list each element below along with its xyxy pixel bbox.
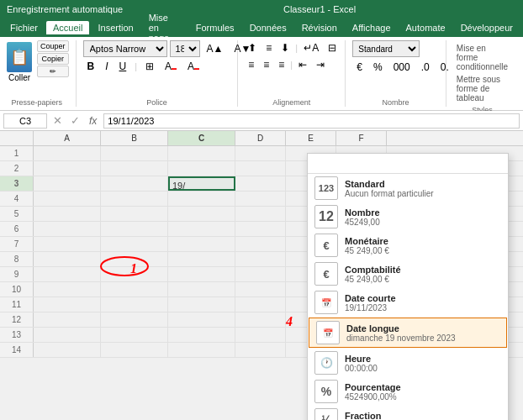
- cut-button[interactable]: Couper: [37, 40, 69, 52]
- italic-button[interactable]: I: [101, 59, 112, 74]
- format-item-comptabilite[interactable]: € Comptabilité 45 249,00 €: [308, 260, 508, 288]
- cell-c12[interactable]: [168, 312, 235, 327]
- cell-a4[interactable]: [34, 192, 101, 206]
- align-bottom-button[interactable]: ⬇: [277, 40, 293, 55]
- decrease-decimal-button[interactable]: 0.: [436, 60, 453, 75]
- cell-a12[interactable]: [34, 312, 101, 327]
- cell-a3[interactable]: [34, 176, 101, 191]
- cell-b5[interactable]: [101, 207, 168, 221]
- cell-a8[interactable]: [34, 252, 101, 266]
- cell-d6[interactable]: [235, 222, 286, 236]
- cell-reference-input[interactable]: [3, 113, 47, 129]
- cell-b6[interactable]: [101, 222, 168, 236]
- menu-donnees[interactable]: Données: [243, 21, 293, 34]
- col-header-a[interactable]: A: [34, 131, 101, 145]
- cell-d4[interactable]: [235, 192, 286, 206]
- cell-c8[interactable]: [168, 252, 235, 266]
- cell-c4[interactable]: [168, 192, 235, 206]
- cell-a7[interactable]: [34, 237, 101, 251]
- cell-b14[interactable]: [101, 343, 168, 357]
- indent-increase-button[interactable]: ⇥: [313, 57, 328, 72]
- format-item-pourcentage[interactable]: % Pourcentage 4524900,00%: [308, 377, 508, 406]
- cell-d7[interactable]: [235, 237, 286, 251]
- cell-a2[interactable]: [34, 161, 101, 176]
- format-item-date-courte[interactable]: 📅 Date courte 19/11/2023: [308, 288, 508, 317]
- cell-d8[interactable]: [235, 252, 286, 266]
- align-middle-button[interactable]: ≡: [262, 40, 275, 55]
- cell-d2[interactable]: [235, 161, 286, 176]
- increase-font-button[interactable]: A▲: [203, 41, 228, 56]
- menu-developpeur[interactable]: Développeur: [454, 21, 520, 34]
- formula-input[interactable]: [103, 113, 520, 129]
- fill-color-button[interactable]: A▬: [161, 59, 181, 74]
- indent-decrease-button[interactable]: ⇤: [295, 57, 310, 72]
- cell-c3[interactable]: 19/: [168, 176, 235, 191]
- cell-b8[interactable]: [101, 252, 168, 266]
- border-button[interactable]: ⊞: [141, 59, 158, 74]
- cell-a13[interactable]: [34, 328, 101, 342]
- menu-insertion[interactable]: Insertion: [91, 21, 140, 34]
- cell-b13[interactable]: [101, 328, 168, 342]
- cell-d12[interactable]: [235, 312, 286, 327]
- cell-b10[interactable]: [101, 282, 168, 297]
- format-item-nombre[interactable]: 12 Nombre 45249,00: [308, 202, 508, 231]
- format-painter-button[interactable]: ✏: [37, 66, 69, 77]
- increase-decimal-button[interactable]: .0: [417, 60, 434, 75]
- format-search-input[interactable]: [308, 154, 508, 174]
- cell-d14[interactable]: [235, 343, 286, 357]
- cell-c7[interactable]: [168, 237, 235, 251]
- align-center-button[interactable]: ≡: [260, 57, 272, 72]
- cell-c14[interactable]: [168, 343, 235, 357]
- cell-a11[interactable]: [34, 297, 101, 312]
- col-header-d[interactable]: D: [235, 131, 286, 145]
- number-format-select[interactable]: Standard: [352, 40, 420, 57]
- align-right-button[interactable]: ≡: [275, 57, 288, 72]
- col-header-b[interactable]: B: [101, 131, 168, 145]
- cell-b4[interactable]: [101, 192, 168, 206]
- menu-automate[interactable]: Automate: [399, 21, 452, 34]
- bold-button[interactable]: B: [83, 59, 99, 74]
- cell-a1[interactable]: [34, 146, 101, 160]
- format-item-heure[interactable]: 🕐 Heure 00:00:00: [308, 349, 508, 377]
- cell-c2[interactable]: [168, 161, 235, 176]
- cell-d9[interactable]: [235, 267, 286, 281]
- merge-button[interactable]: ⊟: [325, 40, 340, 55]
- format-item-monetaire[interactable]: € Monétaire 45 249,00 €: [308, 231, 508, 260]
- menu-fichier[interactable]: Fichier: [3, 21, 45, 34]
- cell-c13[interactable]: [168, 328, 235, 342]
- col-header-c[interactable]: C: [168, 131, 235, 145]
- cell-c5[interactable]: [168, 207, 235, 221]
- cell-d3[interactable]: [235, 176, 286, 191]
- cell-b2[interactable]: [101, 161, 168, 176]
- align-left-button[interactable]: ≡: [245, 57, 257, 72]
- cell-a6[interactable]: [34, 222, 101, 236]
- col-header-f[interactable]: F: [336, 131, 387, 145]
- menu-revision[interactable]: Révision: [295, 21, 344, 34]
- currency-button[interactable]: €: [352, 60, 367, 75]
- cell-b1[interactable]: [101, 146, 168, 160]
- font-name-select[interactable]: Aptos Narrow: [83, 40, 167, 57]
- paste-button[interactable]: 📋 Coller: [5, 40, 34, 84]
- cell-d11[interactable]: [235, 297, 286, 312]
- cell-b9[interactable]: [101, 267, 168, 281]
- cell-c11[interactable]: [168, 297, 235, 312]
- cell-b12[interactable]: [101, 312, 168, 327]
- font-color-button[interactable]: A▬: [183, 59, 203, 74]
- cell-a14[interactable]: [34, 343, 101, 357]
- cell-d13[interactable]: [235, 328, 286, 342]
- cell-c6[interactable]: [168, 222, 235, 236]
- menu-accueil[interactable]: Accueil: [46, 21, 89, 34]
- percent-button[interactable]: %: [369, 60, 387, 75]
- thousands-button[interactable]: 000: [389, 60, 415, 75]
- cell-b7[interactable]: [101, 237, 168, 251]
- cell-c1[interactable]: [168, 146, 235, 160]
- cell-d10[interactable]: [235, 282, 286, 297]
- cell-a10[interactable]: [34, 282, 101, 297]
- col-header-e[interactable]: E: [286, 131, 336, 145]
- font-size-select[interactable]: 18: [170, 40, 200, 57]
- cell-c9[interactable]: [168, 267, 235, 281]
- cell-c10[interactable]: [168, 282, 235, 297]
- menu-affichage[interactable]: Affichage: [346, 21, 398, 34]
- cell-a9[interactable]: [34, 267, 101, 281]
- format-item-standard[interactable]: 123 Standard Aucun format particulier: [308, 174, 508, 202]
